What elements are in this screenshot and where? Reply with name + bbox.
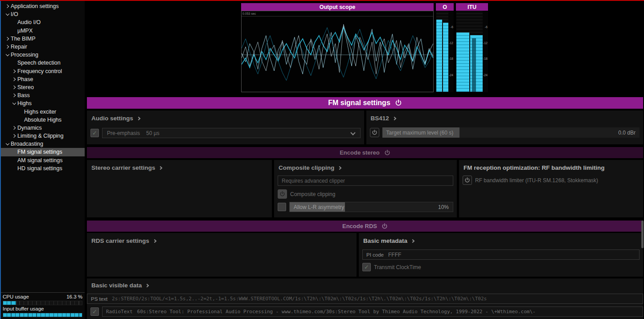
sidebar-item-bass[interactable]: Bass bbox=[1, 91, 85, 99]
pi-code-value: FFFF bbox=[388, 252, 401, 258]
tree-item-label: Limiting & Clipping bbox=[17, 133, 64, 139]
sidebar-item-the-bimp[interactable]: The BIMP bbox=[1, 35, 85, 43]
sidebar-item-i-o[interactable]: I/O bbox=[1, 10, 85, 18]
output-scope-panel: Output scope 0.053 sec bbox=[241, 3, 434, 92]
transmit-clocktime-checkbox[interactable] bbox=[362, 263, 371, 271]
sidebar-item-phase[interactable]: Phase bbox=[1, 75, 85, 83]
allow-lr-asymmetry-value: 10% bbox=[438, 202, 449, 212]
tree-item-label: Bass bbox=[17, 92, 30, 98]
sidebar-item-repair[interactable]: Repair bbox=[1, 43, 85, 51]
tree-chevron bbox=[11, 103, 17, 104]
target-maximum-level-slider[interactable]: Target maximum level (60 s) 0.0 dBr bbox=[382, 127, 640, 138]
encode-rds-power-icon[interactable] bbox=[381, 223, 388, 229]
bs412-header[interactable]: BS412 bbox=[366, 110, 644, 122]
cpu-usage-value: 16.3 % bbox=[66, 294, 82, 300]
vertical-scrollbar-thumb[interactable] bbox=[641, 221, 644, 248]
itu-meter-body: -6-12-18-24 bbox=[456, 11, 488, 92]
tree-chevron bbox=[4, 5, 11, 8]
allow-lr-asymmetry-checkbox[interactable] bbox=[278, 203, 286, 211]
sidebar-item-fm-signal-settings[interactable]: FM signal settings bbox=[1, 148, 85, 156]
radiotext-field[interactable]: RadioText 60s:Stereo Tool: Professional … bbox=[102, 307, 643, 317]
bs412-power-button[interactable] bbox=[370, 128, 379, 137]
ps-text-value: 2s:STEREO/2s:TOOL/<1=1.5s,2..-2=2t,-1=1.… bbox=[112, 296, 487, 302]
basic-metadata-panel: Basic metadata PI code FFFF Transmit Clo… bbox=[359, 233, 643, 277]
basic-metadata-header[interactable]: Basic metadata bbox=[359, 233, 643, 244]
basic-visible-data-header[interactable]: Basic visible data bbox=[87, 278, 643, 289]
power-icon bbox=[372, 130, 377, 135]
chevron-right-icon bbox=[5, 4, 8, 8]
chevron-down-icon bbox=[5, 12, 9, 16]
tree-item-label: HD signal settings bbox=[17, 165, 62, 172]
tree-item-label: Application settings bbox=[11, 3, 59, 9]
itu-meter-title: ITU bbox=[456, 3, 488, 11]
composite-clipping-header[interactable]: Composite clipping bbox=[274, 160, 457, 171]
composite-clipping-power-button[interactable] bbox=[278, 189, 287, 199]
tree-chevron bbox=[11, 86, 17, 89]
meter-scale-label: -12 bbox=[483, 41, 488, 45]
tree-item-label: Highs bbox=[17, 100, 32, 106]
chevron-right-icon bbox=[12, 69, 15, 73]
preemphasis-checkbox[interactable] bbox=[90, 129, 99, 137]
sidebar-item-stereo[interactable]: Stereo bbox=[1, 83, 85, 91]
encode-rds-title: Encode RDS bbox=[342, 223, 377, 229]
rf-bandwidth-power-button[interactable] bbox=[463, 176, 472, 185]
meter-scale-label: -12 bbox=[449, 41, 453, 45]
sidebar-item-application-settings[interactable]: Application settings bbox=[1, 2, 85, 10]
scope-time-label: 0.053 sec bbox=[242, 11, 433, 16]
sidebar-item-broadcasting[interactable]: Broadcasting bbox=[1, 140, 85, 148]
meter-scale-label: -24 bbox=[483, 74, 488, 77]
sidebar-item-audio-i-o[interactable]: Audio I/O bbox=[1, 18, 85, 26]
basic-metadata-title: Basic metadata bbox=[363, 237, 407, 244]
composite-clipping-toggle-label: Composite clipping bbox=[290, 191, 335, 197]
sidebar-item-hd-signal-settings[interactable]: HD signal settings bbox=[1, 164, 85, 172]
input-buffer-row: Input buffer usage bbox=[3, 306, 82, 312]
output-meter-body: -6-12-18-24 bbox=[436, 11, 454, 92]
sidebar-item-µmpx[interactable]: µMPX bbox=[1, 27, 85, 35]
radiotext-checkbox[interactable] bbox=[90, 307, 99, 316]
sidebar-item-dynamics[interactable]: Dynamics bbox=[1, 124, 85, 132]
sidebar-item-highs-exciter[interactable]: Highs exciter bbox=[1, 107, 85, 115]
tree-item-label: Repair bbox=[11, 44, 27, 50]
sidebar-item-processing[interactable]: Processing bbox=[1, 51, 85, 59]
meter-bar-2 bbox=[443, 23, 449, 92]
requires-advanced-clipper-note: Requires advanced clipper bbox=[278, 176, 453, 186]
allow-lr-asymmetry-slider[interactable]: Allow L-R asymmetry 10% bbox=[289, 202, 453, 212]
basic-visible-data-panel: Basic visible data PS text 2s:STEREO/2s:… bbox=[87, 278, 643, 319]
sidebar-item-speech-detection[interactable]: Speech detection bbox=[1, 59, 85, 67]
sidebar-item-highs[interactable]: Highs bbox=[1, 99, 85, 107]
cpu-usage-bar bbox=[3, 301, 82, 305]
tree-item-label: Broadcasting bbox=[11, 141, 43, 147]
tree-chevron bbox=[4, 45, 11, 48]
preemphasis-dropdown[interactable]: Pre-emphasis 50 µs bbox=[102, 128, 361, 138]
radiotext-label: RadioText bbox=[106, 309, 133, 315]
target-maximum-level-label: Target maximum level (60 s) bbox=[386, 127, 454, 138]
scope-trace-2 bbox=[242, 28, 433, 68]
audio-settings-title: Audio settings bbox=[91, 115, 133, 122]
pi-code-field[interactable]: PI code FFFF bbox=[362, 249, 640, 260]
tree-chevron bbox=[11, 135, 17, 137]
rf-bandwidth-limiter-label: RF bandwidth limiter (ITU-R SM.1268, Sto… bbox=[475, 177, 598, 184]
fm-signal-settings-header: FM signal settings bbox=[87, 97, 643, 109]
sidebar-item-am-signal-settings[interactable]: AM signal settings bbox=[1, 156, 85, 164]
sidebar-item-frequency-control[interactable]: Frequency control bbox=[1, 67, 85, 75]
rds-carrier-settings-header[interactable]: RDS carrier settings bbox=[87, 233, 357, 244]
chevron-right-icon bbox=[12, 86, 15, 89]
meter-scale-label: -24 bbox=[449, 74, 453, 77]
cpu-usage-fill bbox=[3, 301, 16, 305]
audio-settings-header[interactable]: Audio settings bbox=[87, 110, 364, 122]
chevron-right-icon bbox=[12, 134, 15, 138]
tree-chevron bbox=[11, 70, 17, 73]
tree-item-label: Absolute Highs bbox=[24, 117, 62, 123]
meter-bars bbox=[456, 11, 483, 92]
transmit-clocktime-label: Transmit ClockTime bbox=[374, 264, 421, 270]
fm-power-icon[interactable] bbox=[395, 99, 402, 106]
meter-bars bbox=[436, 11, 448, 92]
meter-scale-label: -6 bbox=[451, 25, 453, 28]
sidebar-item-limiting-clipping[interactable]: Limiting & Clipping bbox=[1, 132, 85, 140]
ps-text-field[interactable]: PS text 2s:STEREO/2s:TOOL/<1=1.5s,2..-2=… bbox=[87, 294, 643, 304]
stereo-carrier-settings-header[interactable]: Stereo carrier settings bbox=[87, 160, 272, 171]
tree-item-label: Frequency control bbox=[17, 68, 62, 74]
sidebar-item-absolute-highs[interactable]: Absolute Highs bbox=[1, 116, 85, 124]
encode-stereo-power-icon[interactable] bbox=[384, 150, 390, 156]
output-meter-title: O bbox=[436, 3, 454, 11]
